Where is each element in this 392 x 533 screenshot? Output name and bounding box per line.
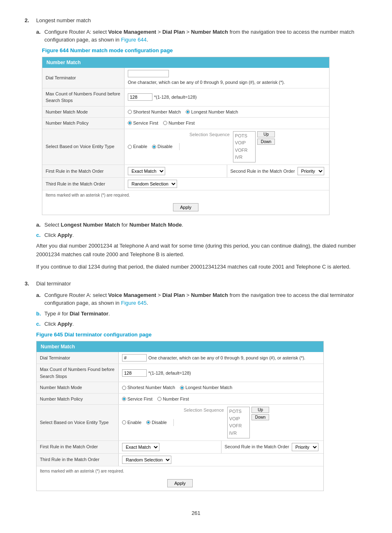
third-rule-value: Random Selection (125, 178, 329, 190)
shortest-match-label: Shortest Number Match (133, 109, 181, 116)
step3-sub-b: b. Type # for Dial Terminator. (36, 310, 367, 318)
f645-shortest-match-radio-circle (122, 386, 126, 390)
number-first-label: Number First (168, 120, 195, 127)
dial-terminator-label: Dial Terminator (42, 68, 125, 88)
f645-enable-radio[interactable]: Enable (122, 419, 141, 426)
step2-para1: After you dial number 20001234 at Teleph… (36, 242, 367, 259)
up-button[interactable]: Up (257, 131, 275, 137)
second-rule-select[interactable]: Priority (297, 167, 324, 175)
f645-max-count-input[interactable] (122, 369, 147, 377)
f645-first-rule-row: First Rule in the Match Order Exact Matc… (37, 441, 323, 454)
f645-voice-entity-label: Select Based on Voice Entity Type (37, 405, 119, 440)
dial-terminator-hint: One character, which can be any of 0 thr… (128, 79, 285, 86)
figure645-title: Figure 645 Dial terminator configuration… (36, 331, 367, 339)
step2-sub-c-text: Click Apply. (44, 231, 74, 239)
f645-number-match-mode-row: Number Match Mode Shortest Number Match … (37, 382, 323, 394)
f645-first-rule-select[interactable]: Exact Match (122, 443, 159, 451)
f645-dial-terminator-input[interactable] (122, 354, 147, 362)
enable-radio[interactable]: Enable (128, 143, 147, 150)
f645-max-count-hint: *(1-128, default=128) (148, 370, 191, 377)
step2-sub-a-text: Configure Router A: select Voice Managem… (44, 28, 367, 44)
f645-disable-label: Disable (152, 419, 167, 426)
number-match-mode-value: Shortest Number Match Longest Number Mat… (125, 107, 329, 118)
max-count-label: Max Count of Numbers Found before Search… (42, 88, 125, 106)
step3-sub-b-text: Type # for Dial Terminator. (44, 310, 110, 318)
third-rule-row: Third Rule in the Match Order Random Sel… (42, 178, 329, 190)
step3-sub-c: c. Click Apply. (36, 320, 367, 328)
number-first-radio[interactable]: Number First (163, 120, 195, 127)
third-rule-select[interactable]: Random Selection (128, 180, 177, 188)
f645-number-match-policy-label: Number Match Policy (37, 394, 119, 405)
disable-radio[interactable]: Disable (152, 143, 173, 150)
f645-second-rule-cell: Second Rule in the Match Order Priority (221, 441, 324, 453)
f645-first-rule-value: Exact Match (119, 441, 221, 453)
f645-sequence-list: POTS VOIP VOFR IVR (227, 407, 250, 438)
service-first-radio[interactable]: Service First (128, 120, 158, 127)
f645-third-rule-row: Third Rule in the Match Order Random Sel… (37, 454, 323, 466)
step2-sub-a2-text: Select Longest Number Match for Number M… (44, 221, 183, 229)
step2: 2. Longest number match a. Configure Rou… (25, 16, 367, 276)
dial-terminator-row: Dial Terminator One character, which can… (42, 68, 329, 88)
f645-dial-terminator-hint: One character, which can be any of 0 thr… (148, 355, 305, 362)
max-count-hint: *(1-128, default=128) (154, 94, 197, 101)
step3-sub-c-text: Click Apply. (44, 320, 74, 328)
number-match-policy-row: Number Match Policy Service First Number… (42, 118, 329, 129)
f645-longest-match-radio[interactable]: Longest Number Match (180, 384, 232, 391)
f645-disable-radio[interactable]: Disable (146, 419, 167, 426)
longest-match-radio[interactable]: Longest Number Match (186, 109, 238, 116)
step3-sub-a-letter: a. (36, 291, 42, 307)
shortest-match-radio-circle (128, 110, 132, 114)
step2-sub-a: a. Configure Router A: select Voice Mana… (36, 28, 367, 44)
dial-terminator-value: One character, which can be any of 0 thr… (125, 68, 329, 88)
figure644-apply-button[interactable]: Apply (173, 203, 198, 211)
f645-enable-radio-circle (122, 420, 126, 424)
figure644-link[interactable]: Figure 644 (121, 37, 146, 43)
step3-sub-a: a. Configure Router A: select Voice Mana… (36, 291, 367, 307)
voice-entity-value: Enable Disable Selection Sequence (125, 129, 329, 165)
figure645-link[interactable]: Figure 645 (121, 300, 146, 306)
down-button[interactable]: Down (257, 139, 275, 145)
page-number: 261 (25, 509, 367, 517)
f645-number-match-policy-value: Service First Number First (119, 394, 323, 405)
f645-first-rule-label: First Rule in the Match Order (37, 441, 119, 453)
enable-label: Enable (133, 143, 147, 150)
figure644-header: Number Match (42, 57, 329, 68)
figure645-apply-row: Apply (37, 476, 323, 491)
figure645-header: Number Match (37, 341, 323, 352)
figure644-config-box: Number Match Dial Terminator One charact… (42, 57, 330, 215)
max-count-value: *(1-128, default=128) (125, 88, 329, 106)
figure645-apply-button[interactable]: Apply (167, 479, 193, 487)
f645-dial-terminator-value: One character, which can be any of 0 thr… (119, 352, 323, 364)
f645-shortest-match-label: Shortest Number Match (127, 384, 175, 391)
max-count-input[interactable] (128, 93, 152, 101)
number-match-mode-row: Number Match Mode Shortest Number Match … (42, 107, 329, 118)
number-match-mode-label: Number Match Mode (42, 107, 125, 118)
f645-up-button[interactable]: Up (251, 407, 270, 413)
first-rule-select[interactable]: Exact Match (128, 167, 165, 175)
f645-number-first-radio[interactable]: Number First (157, 396, 189, 403)
f645-number-match-mode-value: Shortest Number Match Longest Number Mat… (119, 382, 323, 393)
longest-match-radio-circle (186, 110, 190, 114)
step2-sub-a-letter: a. (36, 28, 42, 44)
number-first-radio-circle (163, 121, 167, 125)
f645-service-first-radio[interactable]: Service First (122, 396, 152, 403)
f645-number-match-policy-row: Number Match Policy Service First Number… (37, 394, 323, 405)
max-count-row: Max Count of Numbers Found before Search… (42, 88, 329, 107)
shortest-match-radio[interactable]: Shortest Number Match (128, 109, 181, 116)
f645-max-count-row: Max Count of Numbers Found before Search… (37, 364, 323, 382)
f645-third-rule-label: Third Rule in the Match Order (37, 454, 119, 466)
number-match-policy-label: Number Match Policy (42, 118, 125, 129)
f645-second-rule-select[interactable]: Priority (292, 443, 318, 451)
dial-terminator-input[interactable] (128, 70, 169, 77)
first-rule-label: First Rule in the Match Order (42, 165, 125, 177)
enable-radio-circle (128, 145, 132, 149)
f645-third-rule-select[interactable]: Random Selection (122, 456, 171, 464)
f645-max-count-value: *(1-128, default=128) (119, 364, 323, 382)
step2-sub-a2-letter: a. (36, 221, 42, 229)
f645-down-button[interactable]: Down (251, 414, 270, 420)
f645-sequence-buttons: Up Down (251, 407, 270, 420)
figure644-apply-row: Apply (42, 200, 329, 215)
f645-shortest-match-radio[interactable]: Shortest Number Match (122, 384, 175, 391)
selection-sequence-label: Selection Sequence (189, 131, 230, 138)
number-match-policy-value: Service First Number First (125, 118, 329, 129)
